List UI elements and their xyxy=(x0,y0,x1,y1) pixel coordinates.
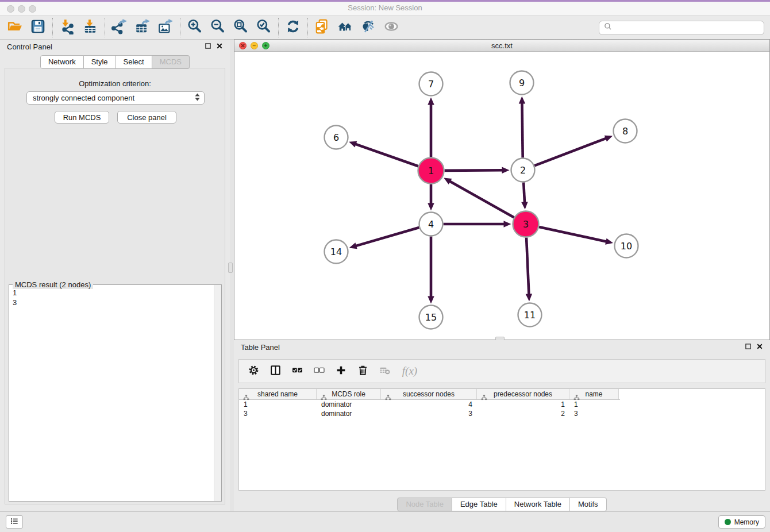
close-panel-button[interactable]: Close panel xyxy=(117,111,176,124)
graph-edge-3-10[interactable] xyxy=(539,227,607,242)
run-mcds-button[interactable]: Run MCDS xyxy=(55,111,109,124)
graph-edge-1-2[interactable] xyxy=(444,170,503,171)
export-network-button[interactable] xyxy=(108,17,131,38)
add-column-button[interactable] xyxy=(334,364,347,378)
network-window-titlebar[interactable]: ✕ − + scc.txt xyxy=(234,40,769,52)
tab-select[interactable]: Select xyxy=(116,55,152,69)
column-header-name[interactable]: name xyxy=(569,389,619,399)
search-input[interactable] xyxy=(613,22,764,33)
graph-node-label: 6 xyxy=(333,132,339,143)
import-network-button[interactable] xyxy=(56,17,79,38)
export-image-button[interactable] xyxy=(154,17,177,38)
float-panel-icon[interactable] xyxy=(205,43,211,51)
task-history-button[interactable] xyxy=(6,515,23,529)
graph-edge-4-14[interactable] xyxy=(355,228,419,246)
show-hidden-button[interactable] xyxy=(380,17,403,38)
close-panel-icon[interactable] xyxy=(216,43,223,51)
tab-edge-table[interactable]: Edge Table xyxy=(452,498,506,511)
toolbar-separator xyxy=(307,18,308,37)
result-scrollbar[interactable] xyxy=(214,285,221,501)
search-box[interactable] xyxy=(599,21,764,35)
network-view-window: ✕ − + scc.txt 7968124314101511 xyxy=(234,39,770,340)
floppy-icon xyxy=(30,18,46,37)
table-panel: Table Panel f(x) shared nameMCDS rolesuc… xyxy=(234,340,770,511)
graph-node-label: 4 xyxy=(428,219,434,230)
table-row[interactable]: 3dominator323 xyxy=(239,409,765,418)
graph-edge-3-11[interactable] xyxy=(526,237,529,295)
eye-gray-icon xyxy=(383,18,399,37)
import-network-icon xyxy=(59,18,75,37)
mcds-result-box[interactable]: MCDS result (2 nodes) 1 3 xyxy=(9,284,222,502)
table-cell[interactable]: 1 xyxy=(569,400,619,408)
zoom-out-icon xyxy=(210,18,226,37)
zoom-out-button[interactable] xyxy=(206,17,229,38)
tab-motifs[interactable]: Motifs xyxy=(570,498,607,511)
chevron-updown-icon xyxy=(194,92,201,103)
column-header-predecessor-nodes[interactable]: predecessor nodes xyxy=(477,389,569,399)
network-close-icon[interactable]: ✕ xyxy=(239,42,247,49)
deselect-all-button[interactable] xyxy=(313,364,325,378)
open-session-button[interactable] xyxy=(3,17,26,38)
table-cell[interactable]: 3 xyxy=(569,410,619,418)
column-header-MCDS-role[interactable]: MCDS role xyxy=(317,389,381,399)
tab-node-table[interactable]: Node Table xyxy=(397,498,452,511)
table-cell[interactable]: 3 xyxy=(239,410,317,418)
import-table-icon xyxy=(82,18,98,37)
table-cell[interactable]: 4 xyxy=(381,400,477,408)
table-cell[interactable]: 2 xyxy=(477,410,569,418)
column-header-shared-name[interactable]: shared name xyxy=(239,389,317,399)
tab-network-table[interactable]: Network Table xyxy=(506,498,570,511)
graph-node-label: 1 xyxy=(428,165,434,176)
close-table-panel-icon[interactable] xyxy=(756,343,763,352)
list-icon xyxy=(9,516,20,528)
graph-edge-2-9[interactable] xyxy=(522,102,522,157)
splitter-grip-vertical[interactable] xyxy=(228,263,233,273)
tab-style[interactable]: Style xyxy=(84,55,116,69)
graph-edge-2-3[interactable] xyxy=(523,182,525,203)
zoom-in-button[interactable] xyxy=(183,17,206,38)
graph-edge-1-6[interactable] xyxy=(355,144,418,166)
table-row[interactable]: 1dominator411 xyxy=(239,400,765,409)
network-minimize-icon[interactable]: − xyxy=(251,42,258,49)
criterion-select[interactable]: strongly connected component xyxy=(26,91,205,105)
table-cell[interactable]: 1 xyxy=(239,400,317,408)
export-image-icon xyxy=(157,18,174,37)
float-table-panel-icon[interactable] xyxy=(745,343,752,352)
table-cell[interactable]: dominator xyxy=(317,410,381,418)
graph-edge-arrow xyxy=(526,294,532,301)
table-cell[interactable]: 1 xyxy=(477,400,569,408)
save-session-button[interactable] xyxy=(26,17,49,38)
zoom-selected-button[interactable] xyxy=(252,17,275,38)
window-title: Session: New Session xyxy=(0,3,770,12)
memory-button[interactable]: Memory xyxy=(718,515,765,529)
function-builder-button[interactable]: f(x) xyxy=(400,364,419,378)
tab-network[interactable]: Network xyxy=(40,55,84,69)
first-neighbors-button[interactable] xyxy=(334,17,357,38)
zoom-fit-button[interactable] xyxy=(229,17,252,38)
show-columns-button[interactable] xyxy=(269,364,282,378)
network-maximize-icon[interactable]: + xyxy=(262,42,270,49)
mcds-result-title: MCDS result (2 nodes) xyxy=(13,280,93,289)
tab-mcds[interactable]: MCDS xyxy=(152,55,190,69)
table-tabs: Node TableEdge TableNetwork TableMotifs xyxy=(234,498,770,511)
network-canvas[interactable]: 7968124314101511 xyxy=(234,52,769,339)
import-table-button[interactable] xyxy=(79,17,102,38)
graph-edge-arrow xyxy=(428,296,434,304)
column-header-successor-nodes[interactable]: successor nodes xyxy=(381,389,477,399)
select-all-button[interactable] xyxy=(291,364,303,378)
export-table-button[interactable] xyxy=(131,17,154,38)
delete-column-button[interactable] xyxy=(356,364,369,378)
hide-selected-button[interactable] xyxy=(357,17,380,38)
table-cell[interactable]: 3 xyxy=(381,410,477,418)
zoom-selected-icon xyxy=(256,18,272,37)
graph-edge-2-8[interactable] xyxy=(534,138,607,165)
table-panel-header: Table Panel xyxy=(234,340,770,354)
table-cell[interactable]: dominator xyxy=(317,400,381,408)
table-settings-button[interactable] xyxy=(247,364,260,378)
refresh-layout-button[interactable] xyxy=(282,17,305,38)
status-bar: Memory xyxy=(0,511,770,532)
graph-edge-3-1[interactable] xyxy=(449,181,514,218)
node-table[interactable]: shared nameMCDS rolesuccessor nodesprede… xyxy=(238,388,765,491)
delete-table-button[interactable] xyxy=(378,364,391,378)
clone-network-button[interactable] xyxy=(311,17,334,38)
